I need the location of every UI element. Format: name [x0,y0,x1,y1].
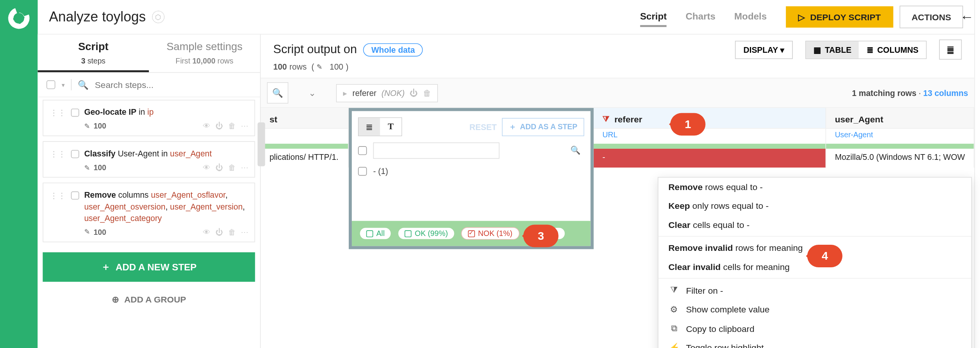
col-sub-url: URL [603,130,617,139]
copy-icon: ⧉ [668,323,680,334]
power-icon[interactable]: ⏻ [216,122,223,131]
product-logo-icon [8,8,29,29]
col-header-user-agent[interactable]: user_Agent User-Agent [826,108,974,128]
reset-button[interactable]: RESET [469,122,497,132]
left-panel: Script Sample settings 3 steps First 10,… [38,34,261,348]
col-header-st[interactable]: st [261,108,349,128]
step-title: Classify User-Agent in user_Agent [84,148,248,160]
step-checkbox[interactable] [71,150,79,158]
lp-tab-script[interactable]: Script [38,34,149,56]
trash-icon[interactable]: 🗑 [423,88,431,98]
step-item[interactable]: ⋮⋮ Geo-locate IP in ip ✎ 100 👁 ⏻ [43,100,255,136]
title-info-icon[interactable]: ⬡ [152,11,165,23]
power-icon[interactable]: ⏻ [216,163,223,172]
grid-search-button[interactable]: 🔍 [267,82,288,104]
eye-icon[interactable]: 👁 [203,228,211,237]
more-icon[interactable]: ⋯ [241,228,248,237]
eye-icon[interactable]: 👁 [203,163,211,172]
more-icon[interactable]: ⋯ [241,122,248,131]
callout-4: 4 [807,245,843,267]
lp-tab-sample[interactable]: Sample settings [149,34,260,56]
data-grid: st ⧩ referer URL user_Agent User-Agent [261,108,974,167]
callout-3: 3 [523,224,559,247]
back-arrow-icon[interactable]: ← [960,9,973,25]
ctx-clear-equal[interactable]: Clear cells equal to - [658,215,971,234]
ctx-keep-equal[interactable]: Keep only rows equal to - [658,197,971,215]
grid-icon: ▦ [813,45,821,54]
pencil-icon: ✎ [317,63,322,71]
callout-1: 1 [670,113,706,135]
add-as-step-button[interactable]: ＋ ADD AS A STEP [502,118,585,136]
whole-data-chip[interactable]: Whole data [363,43,423,56]
ctx-show-value[interactable]: ⚙ Show complete value [658,300,971,319]
trash-icon[interactable]: 🗑 [228,163,236,172]
add-group-button[interactable]: ⊕ ADD A GROUP [43,289,255,309]
columns-link[interactable]: 13 columns [923,88,968,98]
sample-suffix: rows [217,57,234,65]
match-info: 1 matching rows · 13 columns [852,88,968,98]
filter-col-name: referer [353,88,377,98]
step-item[interactable]: ⋮⋮ Remove columns user_Agent_osflavor, u… [43,183,255,242]
nav-tab-charts[interactable]: Charts [686,7,715,27]
step-checkbox[interactable] [71,192,79,200]
power-icon[interactable]: ⏻ [410,88,418,98]
filter-nok: (NOK) [382,88,405,98]
view-toggle: ▦ TABLE ≣ COLUMNS [805,41,927,59]
ctx-filter-on[interactable]: ⧩ Filter on - [658,281,971,300]
add-step-button[interactable]: ＋ ADD A NEW STEP [43,252,255,282]
list-view-icon[interactable]: ≣ [359,118,380,136]
nav-tabs: Script Charts Models [640,7,767,27]
step-item[interactable]: ⋮⋮ Classify User-Agent in user_Agent ✎ 1… [43,141,255,178]
col-sub-user-agent: User-Agent [835,130,873,139]
display-button[interactable]: DISPLAY ▾ [735,41,793,59]
step-rows: 100 [94,163,106,172]
nav-tab-models[interactable]: Models [734,7,767,27]
popover-search-input[interactable] [373,143,500,159]
popover-item-checkbox[interactable] [358,167,367,176]
ctx-toggle-highlight[interactable]: ⚡ Toggle row highlight [658,338,971,348]
nav-tab-script[interactable]: Script [640,7,667,27]
view-table-button[interactable]: ▦ TABLE [806,41,859,58]
step-title: Geo-locate IP in ip [84,107,248,118]
step-title: Remove columns user_Agent_osflavor, user… [84,190,248,224]
pencil-icon: ✎ [84,122,90,130]
drag-handle-icon[interactable]: ⋮⋮ [50,150,66,158]
more-icon[interactable]: ⋯ [241,163,248,172]
sample-prefix: First [176,57,190,65]
select-all-steps-checkbox[interactable] [46,80,55,89]
popover-value-item[interactable]: - (1) [358,163,584,183]
ctx-remove-equal[interactable]: Remove rows equal to - [658,177,971,196]
resize-handle[interactable] [258,122,265,166]
pill-ok[interactable]: OK (99%) [398,227,455,240]
pill-all[interactable]: All [359,227,392,240]
eye-icon[interactable]: 👁 [203,122,211,131]
gear-icon: ⚙ [668,304,680,314]
actions-button[interactable]: ACTIONS [900,6,963,28]
power-icon[interactable]: ⏻ [216,228,223,237]
steps-filter-row: ▾ 🔍 [38,73,260,97]
step-checkbox[interactable] [71,109,79,117]
output-panel: Script output on Whole data DISPLAY ▾ ▦ … [261,34,974,348]
cell-st: plications/ HTTP/1. [261,149,349,167]
active-column-filter[interactable]: ▸ referer (NOK) ⏻ 🗑 [336,84,438,102]
view-columns-button[interactable]: ≣ COLUMNS [859,41,926,58]
trash-icon[interactable]: 🗑 [228,122,236,131]
col-header-referer[interactable]: ⧩ referer URL [594,108,826,128]
popover-select-all-checkbox[interactable] [358,146,367,155]
deploy-button[interactable]: ▷ DEPLOY SCRIPT [786,6,893,28]
text-view-icon[interactable]: T [380,118,402,136]
select-caret-icon[interactable]: ▾ [62,81,65,88]
pill-nok[interactable]: NOK (1%) [461,227,519,240]
search-steps-input[interactable] [95,80,252,89]
step-rows: 100 [94,228,106,237]
ctx-copy-clipboard[interactable]: ⧉ Copy to clipboard [658,319,971,338]
output-subtitle: 100 rows (✎ 100) [261,60,974,78]
steps-label: steps [87,57,105,65]
chart-button[interactable]: ䷀ [939,39,962,60]
cell-referer[interactable]: - [594,149,826,167]
expand-toggle-icon[interactable]: ⌄ [295,88,330,98]
trash-icon[interactable]: 🗑 [228,228,236,237]
drag-handle-icon[interactable]: ⋮⋮ [50,192,66,200]
title-bar: Analyze toylogs ⬡ Script Charts Models ▷… [38,0,974,34]
drag-handle-icon[interactable]: ⋮⋮ [50,109,66,117]
